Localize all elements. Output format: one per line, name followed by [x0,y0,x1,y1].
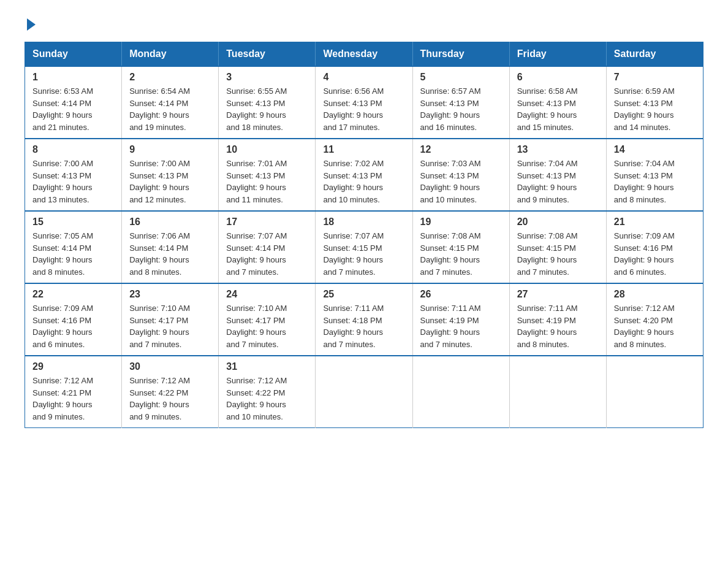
day-info: Sunrise: 6:58 AM Sunset: 4:13 PM Dayligh… [517,85,599,133]
calendar-day-cell: 23 Sunrise: 7:10 AM Sunset: 4:17 PM Dayl… [122,283,219,356]
calendar-day-cell: 7 Sunrise: 6:59 AM Sunset: 4:13 PM Dayli… [606,66,703,139]
day-number: 24 [226,289,308,300]
calendar-day-cell: 26 Sunrise: 7:11 AM Sunset: 4:19 PM Dayl… [412,283,509,356]
calendar-day-cell: 8 Sunrise: 7:00 AM Sunset: 4:13 PM Dayli… [25,139,122,211]
day-number: 3 [226,72,308,83]
day-info: Sunrise: 7:03 AM Sunset: 4:13 PM Dayligh… [420,158,502,205]
page-header [25,18,703,29]
day-number: 23 [129,289,211,300]
day-info: Sunrise: 7:02 AM Sunset: 4:13 PM Dayligh… [323,158,404,205]
calendar-day-cell: 22 Sunrise: 7:09 AM Sunset: 4:16 PM Dayl… [25,283,122,356]
calendar-week-row: 8 Sunrise: 7:00 AM Sunset: 4:13 PM Dayli… [25,139,703,211]
day-info: Sunrise: 7:07 AM Sunset: 4:15 PM Dayligh… [323,230,404,278]
day-info: Sunrise: 6:56 AM Sunset: 4:13 PM Dayligh… [323,85,404,133]
calendar-day-cell: 10 Sunrise: 7:01 AM Sunset: 4:13 PM Dayl… [219,139,316,211]
day-info: Sunrise: 7:08 AM Sunset: 4:15 PM Dayligh… [420,230,502,278]
weekday-header-tuesday: Tuesday [219,42,316,67]
weekday-header-row: SundayMondayTuesdayWednesdayThursdayFrid… [25,42,703,67]
weekday-header-wednesday: Wednesday [316,42,412,67]
calendar-day-cell: 18 Sunrise: 7:07 AM Sunset: 4:15 PM Dayl… [316,211,412,283]
calendar-header: SundayMondayTuesdayWednesdayThursdayFrid… [25,42,703,67]
calendar-day-cell: 17 Sunrise: 7:07 AM Sunset: 4:14 PM Dayl… [219,211,316,283]
calendar-day-cell: 3 Sunrise: 6:55 AM Sunset: 4:13 PM Dayli… [219,66,316,139]
day-number: 12 [420,144,502,155]
day-number: 30 [129,361,211,372]
day-info: Sunrise: 7:05 AM Sunset: 4:14 PM Dayligh… [32,230,114,278]
day-number: 29 [32,361,114,372]
calendar-day-cell: 14 Sunrise: 7:04 AM Sunset: 4:13 PM Dayl… [606,139,703,211]
calendar-day-cell: 9 Sunrise: 7:00 AM Sunset: 4:13 PM Dayli… [122,139,219,211]
day-info: Sunrise: 6:59 AM Sunset: 4:13 PM Dayligh… [614,85,696,133]
calendar-day-cell: 28 Sunrise: 7:12 AM Sunset: 4:20 PM Dayl… [606,283,703,356]
day-number: 22 [32,289,114,300]
day-number: 6 [517,72,599,83]
day-number: 10 [226,144,308,155]
day-info: Sunrise: 7:10 AM Sunset: 4:17 PM Dayligh… [129,302,211,350]
day-info: Sunrise: 7:12 AM Sunset: 4:22 PM Dayligh… [226,375,308,423]
calendar-day-cell [509,356,606,428]
weekday-header-monday: Monday [122,42,219,67]
calendar-day-cell: 21 Sunrise: 7:09 AM Sunset: 4:16 PM Dayl… [606,211,703,283]
calendar-day-cell: 24 Sunrise: 7:10 AM Sunset: 4:17 PM Dayl… [219,283,316,356]
weekday-header-thursday: Thursday [412,42,509,67]
day-number: 4 [323,72,404,83]
day-number: 31 [226,361,308,372]
day-info: Sunrise: 7:04 AM Sunset: 4:13 PM Dayligh… [614,158,696,205]
day-number: 1 [32,72,114,83]
calendar-day-cell: 1 Sunrise: 6:53 AM Sunset: 4:14 PM Dayli… [25,66,122,139]
day-info: Sunrise: 7:12 AM Sunset: 4:21 PM Dayligh… [32,375,114,423]
day-number: 9 [129,144,211,155]
calendar-day-cell: 2 Sunrise: 6:54 AM Sunset: 4:14 PM Dayli… [122,66,219,139]
weekday-header-friday: Friday [509,42,606,67]
calendar-day-cell: 12 Sunrise: 7:03 AM Sunset: 4:13 PM Dayl… [412,139,509,211]
day-number: 7 [614,72,696,83]
day-number: 2 [129,72,211,83]
day-number: 16 [129,216,211,228]
day-number: 27 [517,289,599,300]
day-number: 19 [420,216,502,228]
logo [25,18,36,29]
day-info: Sunrise: 7:00 AM Sunset: 4:13 PM Dayligh… [32,158,114,205]
calendar-day-cell: 16 Sunrise: 7:06 AM Sunset: 4:14 PM Dayl… [122,211,219,283]
calendar-day-cell: 30 Sunrise: 7:12 AM Sunset: 4:22 PM Dayl… [122,356,219,428]
weekday-header-sunday: Sunday [25,42,122,67]
calendar-day-cell: 29 Sunrise: 7:12 AM Sunset: 4:21 PM Dayl… [25,356,122,428]
calendar-week-row: 22 Sunrise: 7:09 AM Sunset: 4:16 PM Dayl… [25,283,703,356]
calendar-day-cell: 6 Sunrise: 6:58 AM Sunset: 4:13 PM Dayli… [509,66,606,139]
day-number: 28 [614,289,696,300]
day-info: Sunrise: 6:54 AM Sunset: 4:14 PM Dayligh… [129,85,211,133]
day-info: Sunrise: 7:10 AM Sunset: 4:17 PM Dayligh… [226,302,308,350]
calendar-day-cell: 19 Sunrise: 7:08 AM Sunset: 4:15 PM Dayl… [412,211,509,283]
day-info: Sunrise: 7:11 AM Sunset: 4:19 PM Dayligh… [420,302,502,350]
day-number: 15 [32,216,114,228]
calendar-week-row: 29 Sunrise: 7:12 AM Sunset: 4:21 PM Dayl… [25,356,703,428]
day-info: Sunrise: 7:12 AM Sunset: 4:20 PM Dayligh… [614,302,696,350]
calendar-day-cell [606,356,703,428]
day-number: 25 [323,289,404,300]
calendar-day-cell: 27 Sunrise: 7:11 AM Sunset: 4:19 PM Dayl… [509,283,606,356]
calendar-week-row: 1 Sunrise: 6:53 AM Sunset: 4:14 PM Dayli… [25,66,703,139]
weekday-header-saturday: Saturday [606,42,703,67]
calendar-day-cell: 15 Sunrise: 7:05 AM Sunset: 4:14 PM Dayl… [25,211,122,283]
day-info: Sunrise: 7:09 AM Sunset: 4:16 PM Dayligh… [32,302,114,350]
day-number: 21 [614,216,696,228]
calendar-day-cell: 20 Sunrise: 7:08 AM Sunset: 4:15 PM Dayl… [509,211,606,283]
calendar-day-cell [316,356,412,428]
day-info: Sunrise: 7:04 AM Sunset: 4:13 PM Dayligh… [517,158,599,205]
calendar-week-row: 15 Sunrise: 7:05 AM Sunset: 4:14 PM Dayl… [25,211,703,283]
day-info: Sunrise: 7:07 AM Sunset: 4:14 PM Dayligh… [226,230,308,278]
day-info: Sunrise: 7:08 AM Sunset: 4:15 PM Dayligh… [517,230,599,278]
calendar-day-cell: 31 Sunrise: 7:12 AM Sunset: 4:22 PM Dayl… [219,356,316,428]
day-number: 26 [420,289,502,300]
calendar-day-cell: 4 Sunrise: 6:56 AM Sunset: 4:13 PM Dayli… [316,66,412,139]
day-number: 14 [614,144,696,155]
day-info: Sunrise: 6:57 AM Sunset: 4:13 PM Dayligh… [420,85,502,133]
day-info: Sunrise: 7:11 AM Sunset: 4:18 PM Dayligh… [323,302,404,350]
day-info: Sunrise: 6:55 AM Sunset: 4:13 PM Dayligh… [226,85,308,133]
calendar-day-cell [412,356,509,428]
day-number: 8 [32,144,114,155]
calendar-day-cell: 11 Sunrise: 7:02 AM Sunset: 4:13 PM Dayl… [316,139,412,211]
day-number: 13 [517,144,599,155]
day-number: 20 [517,216,599,228]
day-number: 11 [323,144,404,155]
